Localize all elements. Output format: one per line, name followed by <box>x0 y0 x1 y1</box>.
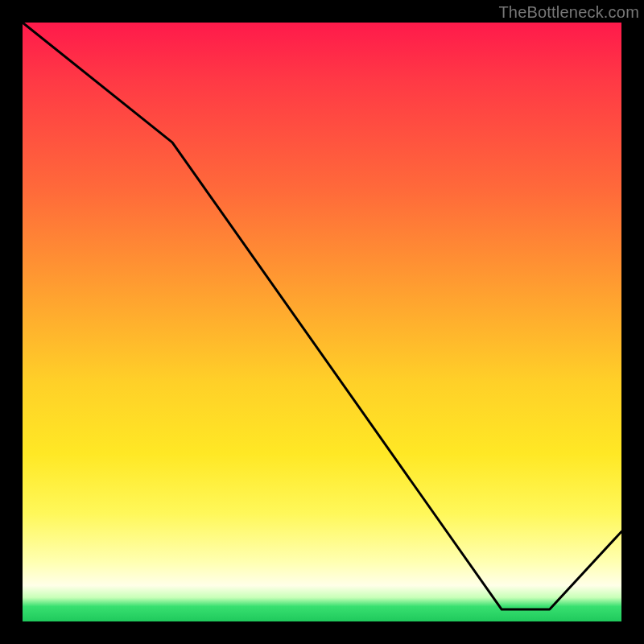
watermark-text: TheBottleneck.com <box>498 3 639 22</box>
bottleneck-line <box>23 23 621 621</box>
chart-frame: TheBottleneck.com <box>0 0 644 644</box>
bottleneck-line-path <box>23 23 621 609</box>
plot-area <box>23 23 621 621</box>
